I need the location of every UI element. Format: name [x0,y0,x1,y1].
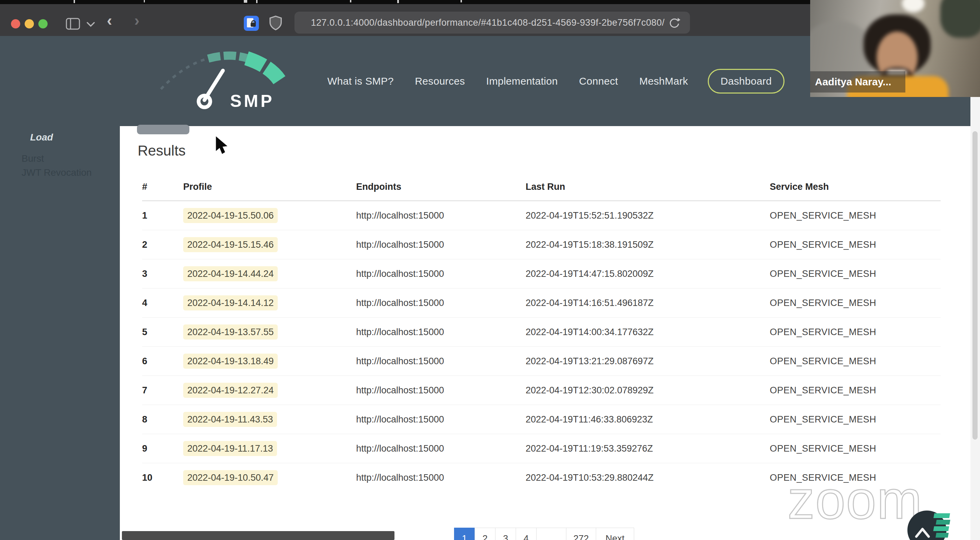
shield-icon[interactable] [269,15,282,31]
chevron-down-icon[interactable] [86,21,95,27]
sidebar-item[interactable]: Burst [22,153,44,164]
profile-value[interactable]: 2022-04-19-11.43.53 [183,412,277,427]
sidebar [0,126,120,540]
vertical-scrollbar-thumb[interactable] [972,131,978,440]
col-header-num: # [142,182,183,192]
page-button[interactable]: 3 [495,528,516,540]
profile-value[interactable]: 2022-04-19-14.44.24 [183,266,278,281]
table-row[interactable]: 1 2022-04-19-15.50.06 http://localhost:1… [142,201,940,230]
service-mesh-cell: OPEN_SERVICE_MESH [770,385,940,396]
nav-item[interactable]: MeshMark [638,70,689,92]
logo-text: SMP [230,91,274,111]
title-remnant [461,0,462,2]
page-button[interactable]: 1 [454,528,475,540]
sidebar-toggle-icon[interactable] [66,18,80,30]
row-num: 1 [142,210,183,221]
nav-item[interactable]: Implementation [485,70,559,92]
nav-item[interactable]: Resources [414,70,466,92]
profile-cell: 2022-04-19-14.44.24 [183,269,356,279]
page-button[interactable]: … [536,528,566,540]
pagination: 1 2 3 4 … 272 Next [454,528,634,540]
title-remnant [244,0,247,3]
profile-value[interactable]: 2022-04-19-13.18.49 [183,354,278,369]
page-title: Results [138,143,186,159]
profile-cell: 2022-04-19-10.50.47 [183,473,356,483]
profile-cell: 2022-04-19-15.15.46 [183,239,356,250]
table-row[interactable]: 2 2022-04-19-15.15.46 http://localhost:1… [142,230,940,260]
profile-value[interactable]: 2022-04-19-15.15.46 [183,237,278,252]
nav-item[interactable]: Dashboard [708,69,784,94]
col-header-lastrun: Last Run [526,182,770,192]
profile-cell: 2022-04-19-11.17.13 [183,443,356,454]
endpoints-cell: http://localhost:15000 [356,210,526,221]
last-run-cell: 2022-04-19T15:18:38.191509Z [526,239,770,250]
extension-lock-icon[interactable] [244,16,259,31]
zoom-watermark: zoom [788,469,923,531]
profile-value[interactable]: 2022-04-19-15.50.06 [183,208,278,223]
reload-icon[interactable] [668,17,680,29]
page-button[interactable]: 272 [566,528,596,540]
nav-item[interactable]: What is SMP? [326,70,395,92]
service-mesh-cell: OPEN_SERVICE_MESH [770,210,940,221]
webcam-tile: Aaditya Naray... [810,0,980,97]
sidebar-item[interactable]: Load [30,132,53,143]
address-bar[interactable]: 127.0.0.1:4000/dashboard/performance/#41… [294,12,690,33]
profile-value[interactable]: 2022-04-19-12.27.24 [183,383,278,398]
row-num: 10 [142,473,183,483]
participant-nametag: Aaditya Naray... [810,71,905,92]
vertical-scrollbar-track [970,97,980,540]
back-icon[interactable]: ‹ [107,14,112,27]
results-table: # Profile Endpoints Last Run Service Mes… [138,173,940,492]
table-row[interactable]: 8 2022-04-19-11.43.53 http://localhost:1… [142,405,940,434]
nav-item[interactable]: Connect [578,70,619,92]
endpoints-cell: http://localhost:15000 [356,443,526,454]
screen: SMP What is SMP? Resources Implementatio… [0,0,980,540]
endpoints-cell: http://localhost:15000 [356,385,526,396]
page-button[interactable]: 2 [474,528,495,540]
last-run-cell: 2022-04-19T11:19:53.359276Z [526,443,770,454]
main-nav: What is SMP? Resources Implementation Co… [326,36,784,126]
hidden-tab-button[interactable] [137,125,189,134]
endpoints-cell: http://localhost:15000 [356,356,526,366]
profile-value[interactable]: 2022-04-19-11.17.13 [183,441,277,456]
last-run-cell: 2022-04-19T13:21:29.087697Z [526,356,770,366]
participant-name: Aaditya Naray... [815,76,891,88]
service-mesh-cell: OPEN_SERVICE_MESH [770,327,940,338]
forward-icon[interactable]: › [134,14,139,27]
col-header-endpoints: Endpoints [356,182,526,192]
minimize-window-button[interactable] [25,19,34,29]
service-mesh-cell: OPEN_SERVICE_MESH [770,298,940,308]
lock-glyph [251,22,256,27]
endpoints-cell: http://localhost:15000 [356,239,526,250]
profile-value[interactable]: 2022-04-19-13.57.55 [183,325,278,339]
service-mesh-cell: OPEN_SERVICE_MESH [770,356,940,366]
table-row[interactable]: 7 2022-04-19-12.27.24 http://localhost:1… [142,376,940,405]
table-row[interactable]: 3 2022-04-19-14.44.24 http://localhost:1… [142,260,940,288]
table-row[interactable]: 4 2022-04-19-14.14.12 http://localhost:1… [142,288,940,318]
profile-cell: 2022-04-19-14.14.12 [183,298,356,308]
profile-value[interactable]: 2022-04-19-14.14.12 [183,295,278,311]
title-remnant [350,0,351,2]
col-header-servicemesh: Service Mesh [770,182,940,192]
layer5-badge [907,511,947,540]
table-row[interactable]: 6 2022-04-19-13.18.49 http://localhost:1… [142,347,940,376]
row-num: 5 [142,327,183,338]
smp-logo[interactable]: SMP [144,45,315,116]
row-num: 9 [142,443,183,454]
table-row[interactable]: 9 2022-04-19-11.17.13 http://localhost:1… [142,434,940,463]
table-row[interactable]: 5 2022-04-19-13.57.55 http://localhost:1… [142,318,940,347]
title-remnant [397,0,399,3]
profile-value[interactable]: 2022-04-19-10.50.47 [183,470,278,485]
zoom-window-button[interactable] [38,19,48,29]
ceiling-light [902,0,924,12]
last-run-cell: 2022-04-19T14:00:34.177632Z [526,327,770,338]
url-text: 127.0.0.1:4000/dashboard/performance/#41… [311,18,665,28]
close-window-button[interactable] [11,19,20,29]
last-run-cell: 2022-04-19T14:16:51.496187Z [526,298,770,308]
page-button[interactable]: 4 [516,528,536,540]
horizontal-scrollbar[interactable] [122,531,395,540]
next-page-button[interactable]: Next [596,528,634,540]
title-remnant [74,0,75,3]
sidebar-item[interactable]: JWT Revocation [22,167,92,178]
profile-cell: 2022-04-19-15.50.06 [183,210,356,221]
